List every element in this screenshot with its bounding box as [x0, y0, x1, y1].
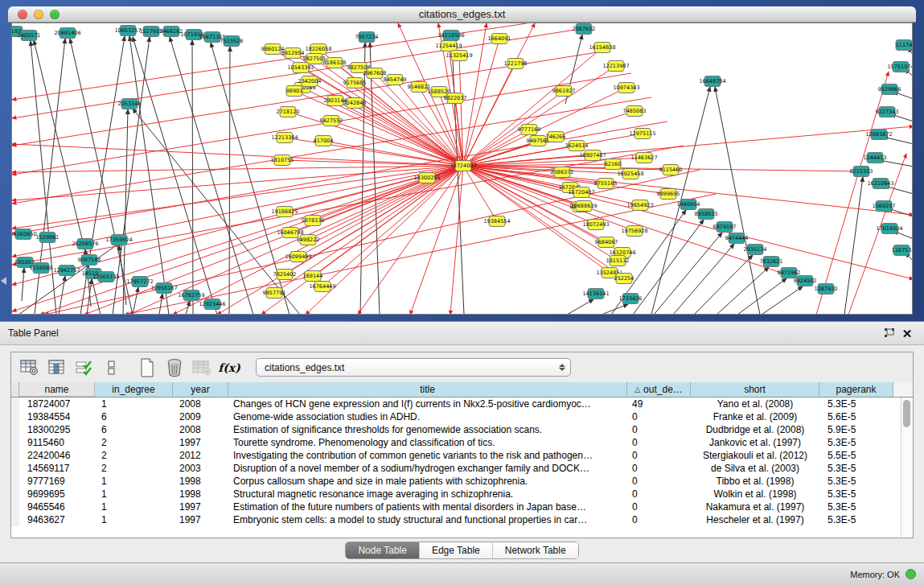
graph-node[interactable]: 12213384: [271, 133, 298, 143]
graph-edge[interactable]: [883, 137, 913, 144]
graph-node[interactable]: 2935114: [744, 245, 767, 255]
graph-node[interactable]: 25160650: [12, 229, 37, 240]
graph-node[interactable]: 9861927: [552, 86, 576, 97]
graph-node[interactable]: 1498222: [297, 235, 320, 245]
graph-node[interactable]: 1815132: [606, 256, 630, 266]
zoom-window-button[interactable]: [50, 10, 60, 19]
tab-edge-table[interactable]: Edge Table: [420, 542, 493, 558]
graph-node[interactable]: 1733426: [619, 294, 643, 304]
graph-edge[interactable]: [159, 294, 162, 315]
graph-node[interactable]: 11325419: [446, 51, 472, 61]
graph-node[interactable]: 2053346: [118, 99, 142, 109]
scrollbar-thumb[interactable]: [903, 400, 910, 427]
graph-node[interactable]: 1810755: [271, 155, 294, 166]
graph-node[interactable]: 9097588: [78, 255, 101, 266]
graph-edge[interactable]: [217, 166, 463, 315]
graph-node[interactable]: 9466162: [160, 27, 183, 37]
graph-node[interactable]: 1940954: [677, 200, 700, 210]
graph-node[interactable]: 10807487: [579, 150, 606, 161]
graph-node[interactable]: 746266: [546, 132, 566, 142]
select-all-rows-icon[interactable]: [72, 357, 97, 378]
graph-node[interactable]: 2803144: [324, 96, 347, 106]
graph-edge[interactable]: [358, 166, 463, 315]
table-row[interactable]: 1872400712008Changes of HCN gene express…: [11, 398, 913, 410]
graph-node[interactable]: 1569297: [873, 201, 896, 212]
graph-node[interactable]: 12213987: [602, 61, 629, 72]
graph-edge[interactable]: [12, 122, 667, 234]
graph-node[interactable]: 11174: [896, 40, 913, 51]
graph-edge[interactable]: [463, 166, 913, 279]
function-builder-icon[interactable]: f(x): [217, 357, 241, 378]
tab-node-table[interactable]: Node Table: [346, 542, 420, 558]
graph-node[interactable]: 12975115: [629, 129, 655, 139]
vertical-scrollbar[interactable]: [901, 398, 913, 538]
graph-edge[interactable]: [294, 91, 463, 166]
graph-node[interactable]: 1244413: [864, 153, 887, 163]
graph-node[interactable]: 9684067: [595, 237, 618, 248]
graph-node[interactable]: 17957272: [126, 277, 153, 287]
graph-node[interactable]: 9857791: [263, 288, 286, 299]
graph-edge[interactable]: [717, 267, 769, 315]
minimize-window-button[interactable]: [34, 10, 43, 19]
graph-node[interactable]: 11463627: [630, 153, 657, 163]
graph-node[interactable]: 7957224: [355, 32, 379, 43]
table-row[interactable]: 946554611997Estimation of the future num…: [11, 501, 913, 513]
graph-edge[interactable]: [463, 166, 497, 221]
graph-edge[interactable]: [192, 40, 193, 315]
graph-node[interactable]: 2386372: [551, 167, 574, 178]
table-row[interactable]: 911546021997Tourette syndrome. Phenomeno…: [11, 436, 913, 449]
graph-node[interactable]: 20691406: [54, 28, 80, 39]
graph-node[interactable]: 17359924: [105, 235, 132, 245]
graph-node[interactable]: 8427552: [320, 116, 343, 126]
column-header-pagerank[interactable]: pagerank: [819, 382, 893, 397]
graph-node[interactable]: 8912954: [281, 48, 305, 59]
graph-edge[interactable]: [715, 87, 760, 315]
table-row[interactable]: 969969511998Structural magnetic resonanc…: [11, 488, 913, 501]
row-height-icon[interactable]: [100, 357, 124, 378]
graph-node[interactable]: 19654923: [626, 200, 653, 211]
close-window-button[interactable]: [18, 10, 27, 19]
graph-edge[interactable]: [129, 36, 169, 315]
graph-node[interactable]: 8454749: [384, 75, 407, 85]
graph-node[interactable]: 2405571: [18, 31, 41, 41]
table-row[interactable]: 2242004622012Investigating the contribut…: [11, 449, 913, 462]
table-settings-icon[interactable]: [18, 357, 42, 378]
graph-node[interactable]: 6879197: [713, 222, 737, 233]
graph-edge[interactable]: [170, 37, 253, 315]
graph-node[interactable]: 62160: [605, 159, 622, 170]
graph-node[interactable]: 252254: [614, 274, 634, 284]
graph-edge[interactable]: [12, 30, 575, 118]
column-header-in_degree[interactable]: in_degree: [95, 382, 173, 397]
graph-node[interactable]: 2087652: [573, 24, 596, 35]
graph-node[interactable]: 9777169: [518, 125, 541, 135]
graph-edge[interactable]: [737, 278, 786, 315]
graph-node[interactable]: 10025458: [617, 169, 643, 179]
graph-node[interactable]: 3624514: [565, 141, 589, 151]
graph-node[interactable]: 10653257: [114, 26, 141, 36]
graph-edge[interactable]: [762, 286, 803, 315]
new-document-icon[interactable]: [135, 357, 159, 378]
column-visibility-icon[interactable]: [45, 357, 69, 378]
table-selector-combobox[interactable]: citations_edges.txt: [256, 358, 571, 377]
graph-edge[interactable]: [229, 47, 230, 315]
sash-collapse-arrow[interactable]: [1, 277, 6, 285]
graph-edge[interactable]: [463, 23, 535, 166]
graph-edge[interactable]: [879, 160, 913, 167]
graph-node[interactable]: 1529861: [36, 233, 60, 243]
graph-node[interactable]: 9175685: [343, 78, 367, 89]
column-header-out_de[interactable]: △out_de…: [627, 382, 691, 397]
table-row[interactable]: 946362711997Embryonic stem cells: a mode…: [11, 513, 913, 526]
graph-node[interactable]: 2342004: [298, 76, 322, 87]
graph-node[interactable]: 11254419: [435, 41, 462, 51]
graph-node[interactable]: 9529966: [878, 84, 901, 95]
graph-node[interactable]: 19218586: [437, 31, 464, 41]
graph-node[interactable]: 15720407: [568, 187, 594, 198]
graph-node[interactable]: 7825402: [273, 270, 297, 280]
network-canvas[interactable]: 9860124891295418226058982750581863289827…: [12, 23, 913, 315]
graph-node[interactable]: 7832621: [760, 257, 783, 267]
graph-edge[interactable]: [133, 37, 217, 315]
graph-node[interactable]: 12923446: [199, 299, 225, 310]
graph-edge[interactable]: [602, 304, 628, 315]
network-window-titlebar[interactable]: citations_edges.txt: [8, 6, 916, 23]
graph-node[interactable]: 19384554: [483, 216, 510, 227]
